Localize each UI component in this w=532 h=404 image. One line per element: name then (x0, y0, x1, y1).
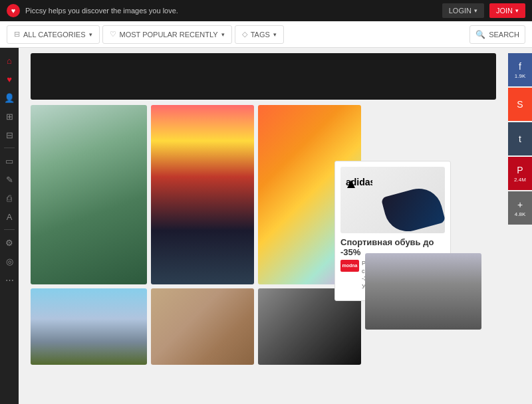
tumblr-icon: t (519, 134, 521, 144)
tag-filter-icon: ◇ (242, 30, 247, 39)
facebook-share-button[interactable]: f 1.9K (508, 53, 532, 86)
grid-column-4: adidas Спортивная обувь до -35% modna (365, 105, 481, 365)
image-card-stripe[interactable] (365, 253, 481, 330)
chevron-down-icon: ▾ (273, 31, 277, 38)
sidebar-divider-2 (4, 229, 15, 230)
heart-sidebar-icon[interactable]: ♥ (2, 72, 17, 86)
image-card-wall[interactable] (151, 288, 254, 365)
ad-logo: modna (340, 260, 359, 272)
pen-sidebar-icon[interactable]: ✎ (2, 172, 17, 187)
pinterest-icon: P (517, 165, 523, 175)
stumbleupon-icon: S (517, 99, 523, 110)
filter-icon: ⊟ (14, 30, 20, 39)
circle-sidebar-icon[interactable]: ◎ (2, 254, 17, 268)
topbar-left: ♥ Piccsy helps you discover the images y… (7, 4, 178, 17)
plus-icon: + (517, 199, 523, 210)
categories-label: ALL CATEGORIES (23, 31, 86, 39)
facebook-icon: f (519, 61, 521, 72)
content-area: adidas Спортивная обувь до -35% modna (19, 48, 508, 404)
print-sidebar-icon[interactable]: ⎙ (2, 191, 17, 205)
type-sidebar-icon[interactable]: A (2, 209, 17, 224)
login-button[interactable]: LOGIN ▾ (442, 3, 484, 18)
image-grid: adidas Спортивная обувь до -35% modna (24, 105, 503, 365)
popular-filter[interactable]: ♡ MOST POPULAR RECENTLY ▾ (102, 25, 232, 44)
tags-label: TAGS (251, 31, 270, 39)
plus-share-button[interactable]: + 4.8K (508, 191, 532, 225)
chevron-down-icon: ▾ (515, 7, 519, 14)
image-card-sky[interactable] (31, 288, 147, 365)
popular-label: MOST POPULAR RECENTLY (120, 31, 218, 39)
search-icon: 🔍 (475, 30, 485, 39)
chevron-down-icon: ▾ (474, 7, 477, 14)
pinterest-count: 2.4M (514, 177, 526, 183)
filterbar: ⊟ ALL CATEGORIES ▾ ♡ MOST POPULAR RECENT… (0, 21, 532, 48)
image-card-city[interactable] (151, 105, 254, 284)
more-sidebar-icon[interactable]: ⋯ (2, 272, 17, 287)
grid-column-1 (31, 105, 147, 365)
user-sidebar-icon[interactable]: 👤 (2, 90, 17, 105)
categories-filter[interactable]: ⊟ ALL CATEGORIES ▾ (7, 25, 100, 44)
stumbleupon-share-button[interactable]: S (508, 88, 532, 121)
topbar: ♥ Piccsy helps you discover the images y… (0, 0, 532, 21)
tagline: Piccsy helps you discover the images you… (25, 7, 178, 15)
adidas-logo-icon: adidas (346, 172, 372, 191)
ad-banner (31, 53, 496, 100)
sidebar-divider (4, 148, 15, 148)
chevron-down-icon: ▾ (89, 31, 92, 38)
join-label: JOIN (496, 7, 513, 15)
monitor-sidebar-icon[interactable]: ▭ (2, 153, 17, 168)
heart-filter-icon: ♡ (110, 30, 116, 39)
ad-product-image: adidas (340, 167, 445, 233)
chevron-down-icon: ▾ (221, 31, 225, 38)
sidebar: ⌂ ♥ 👤 ⊞ ⊟ ▭ ✎ ⎙ A ⚙ ◎ ⋯ (0, 48, 19, 404)
main-layout: ⌂ ♥ 👤 ⊞ ⊟ ▭ ✎ ⎙ A ⚙ ◎ ⋯ (0, 48, 532, 404)
topbar-right: LOGIN ▾ JOIN ▾ (442, 3, 525, 18)
ad-logo-text: modna (342, 262, 358, 268)
plus-count: 4.8K (515, 211, 525, 217)
logo-icon: ♥ (7, 4, 20, 17)
grid-sidebar-icon[interactable]: ⊞ (2, 109, 17, 124)
social-bar: f 1.9K S t P 2.4M + 4.8K (508, 48, 532, 404)
facebook-count: 1.9K (515, 73, 525, 79)
grid-column-2 (151, 105, 254, 365)
search-area[interactable]: 🔍 SEARCH (469, 25, 525, 44)
login-label: LOGIN (449, 7, 471, 15)
home-icon[interactable]: ⌂ (2, 53, 17, 68)
tumblr-share-button[interactable]: t (508, 122, 532, 155)
pinterest-share-button[interactable]: P 2.4M (508, 157, 532, 190)
join-button[interactable]: JOIN ▾ (489, 3, 525, 18)
image-card-forest[interactable] (31, 105, 147, 284)
tags-filter[interactable]: ◇ TAGS ▾ (235, 25, 284, 44)
tag-sidebar-icon[interactable]: ⊟ (2, 128, 17, 142)
settings-sidebar-icon[interactable]: ⚙ (2, 235, 17, 250)
search-label: SEARCH (489, 31, 519, 39)
